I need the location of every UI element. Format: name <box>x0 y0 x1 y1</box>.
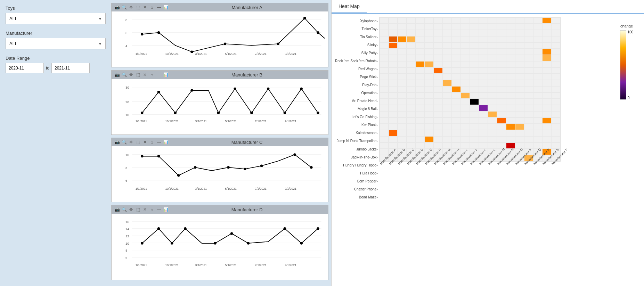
heatmap-cell <box>434 105 443 111</box>
legend-scale: 100 0 <box>628 30 634 100</box>
heatmap-cell <box>452 24 461 30</box>
toys-select-wrapper[interactable]: ALL ▼ <box>6 13 106 24</box>
heatmap-cell <box>389 111 398 117</box>
date-to-input[interactable] <box>51 63 90 73</box>
settings-icon-b[interactable]: — <box>156 72 162 77</box>
svg-text:7/1/2021: 7/1/2021 <box>255 52 267 56</box>
chart-icon-d[interactable]: 📊 <box>163 207 169 212</box>
select-icon-c[interactable]: ⬚ <box>135 139 141 145</box>
heatmap-cell <box>479 74 488 80</box>
camera-icon-d[interactable]: 📷 <box>114 207 120 212</box>
crosshair-icon[interactable]: ✕ <box>142 5 148 10</box>
heatmap-cell <box>524 42 533 49</box>
select-icon[interactable]: ⬚ <box>135 5 141 10</box>
heatmap-cell <box>479 99 488 105</box>
heatmap-cell <box>425 30 434 36</box>
pan-icon-c[interactable]: ✥ <box>128 139 134 145</box>
heatmap-cell <box>407 36 416 42</box>
heatmap-cell <box>389 99 398 105</box>
svg-text:1/1/2021: 1/1/2021 <box>136 187 147 191</box>
select-icon-b[interactable]: ⬚ <box>135 72 141 77</box>
manufacturer-select[interactable]: ALL <box>6 38 105 49</box>
svg-point-31 <box>250 112 253 114</box>
svg-point-76 <box>157 227 160 230</box>
heatmap-cell <box>398 30 407 36</box>
heatmap-cell <box>524 124 533 130</box>
settings-icon-c[interactable]: — <box>156 139 162 145</box>
heatmap-cell <box>416 30 425 36</box>
chart-icon-c[interactable]: 📊 <box>163 139 169 145</box>
heatmap-cell <box>533 99 542 105</box>
heatmap-cell <box>470 136 479 142</box>
heatmap-cell <box>407 61 416 67</box>
camera-icon-c[interactable]: 📷 <box>114 139 120 145</box>
heatmap-cell <box>524 86 533 92</box>
date-from-input[interactable] <box>6 63 44 73</box>
heatmap-cell <box>551 36 560 42</box>
settings-icon-d[interactable]: — <box>156 207 162 212</box>
chart-svg-c: 10 8 6 1/1/2021 10/1/2021 3/1/2021 <box>125 150 325 191</box>
home-icon-b[interactable]: ⌂ <box>149 72 155 77</box>
crosshair-icon-b[interactable]: ✕ <box>142 72 148 77</box>
heatmap-cell <box>506 111 515 117</box>
chart-icon-b[interactable]: 📊 <box>163 72 169 77</box>
heatmap-y-label: Jumbo Jacks- <box>335 146 378 152</box>
svg-text:12: 12 <box>125 234 129 238</box>
crosshair-icon-d[interactable]: ✕ <box>142 207 148 212</box>
chart-icon[interactable]: 📊 <box>163 5 169 10</box>
home-icon-c[interactable]: ⌂ <box>149 139 155 145</box>
date-to-connector: to <box>46 66 49 71</box>
heatmap-cell <box>515 61 524 67</box>
heatmap-cell <box>425 74 434 80</box>
select-icon-d[interactable]: ⬚ <box>135 207 141 212</box>
heatmap-cell <box>452 92 461 99</box>
heatmap-cell <box>542 99 551 105</box>
heatmap-cell <box>434 142 443 149</box>
heatmap-cell <box>380 92 389 99</box>
heatmap-cell <box>542 80 551 86</box>
heatmap-cell <box>515 86 524 92</box>
svg-text:30: 30 <box>125 86 129 90</box>
svg-point-12 <box>317 31 319 34</box>
heatmap-cell <box>488 61 497 67</box>
heatmap-cell <box>425 117 434 124</box>
crosshair-icon-c[interactable]: ✕ <box>142 139 148 145</box>
heatmap-cell <box>461 99 470 105</box>
svg-point-55 <box>293 153 296 156</box>
heatmap-cell <box>551 80 560 86</box>
zoom-icon-c[interactable]: 🔍 <box>121 139 127 145</box>
svg-text:8: 8 <box>125 248 127 252</box>
heatmap-cell <box>416 111 425 117</box>
manufacturer-select-wrapper[interactable]: ALL ▼ <box>6 38 106 49</box>
pan-icon-d[interactable]: ✥ <box>128 207 134 212</box>
camera-icon-b[interactable]: 📷 <box>114 72 120 77</box>
svg-point-53 <box>244 168 246 170</box>
heatmap-cell <box>551 99 560 105</box>
zoom-icon[interactable]: 🔍 <box>121 5 127 10</box>
heatmap-cell <box>389 86 398 92</box>
home-icon-d[interactable]: ⌂ <box>149 207 155 212</box>
heatmap-cell <box>551 86 560 92</box>
heatmap-cell <box>443 80 452 86</box>
heatmap-cell <box>461 74 470 80</box>
home-icon[interactable]: ⌂ <box>149 5 155 10</box>
heatmap-cell <box>434 99 443 105</box>
heatmap-cell <box>398 99 407 105</box>
zoom-icon-b[interactable]: 🔍 <box>121 72 127 77</box>
svg-point-33 <box>284 112 286 114</box>
toys-select[interactable]: ALL <box>6 13 105 24</box>
pan-icon[interactable]: ✥ <box>128 5 134 10</box>
heatmap-tab[interactable]: Heat Map <box>332 0 367 14</box>
heatmap-y-label: TinkerToy- <box>335 26 378 32</box>
heatmap-cell <box>443 136 452 142</box>
heatmap-cell <box>488 111 497 117</box>
camera-icon[interactable]: 📷 <box>114 5 120 10</box>
heatmap-cell <box>506 55 515 61</box>
heatmap-cell <box>506 74 515 80</box>
heatmap-cell <box>470 111 479 117</box>
pan-icon-b[interactable]: ✥ <box>128 72 134 77</box>
settings-icon[interactable]: — <box>156 5 162 10</box>
heatmap-cell <box>479 67 488 74</box>
svg-text:9/1/2021: 9/1/2021 <box>285 120 296 123</box>
zoom-icon-d[interactable]: 🔍 <box>121 207 127 212</box>
